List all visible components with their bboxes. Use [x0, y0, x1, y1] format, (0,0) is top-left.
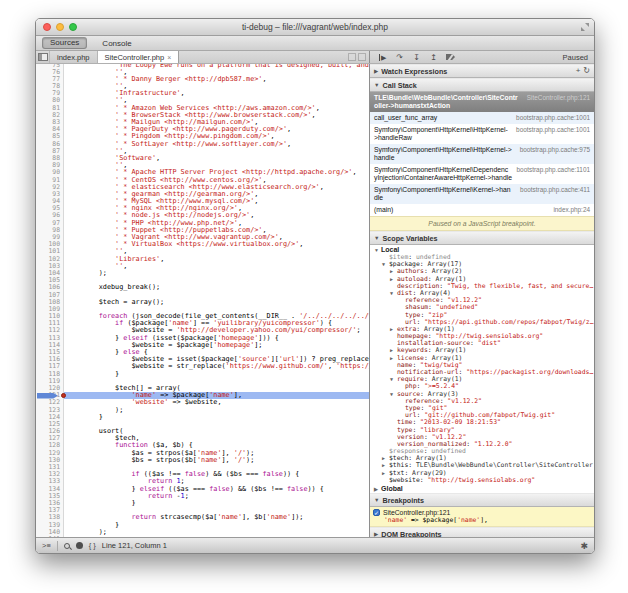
file-tab-sitecontroller-php[interactable]: SiteController.php ×: [98, 51, 180, 63]
scope-variable-row[interactable]: php: ">=5.2.4": [370, 383, 594, 390]
scope-variable-row[interactable]: ▶autoload: Array(1): [370, 276, 594, 283]
scope-variable-row[interactable]: time: "2013-02-09 18:21:53": [370, 419, 594, 426]
code-text: }: [64, 500, 369, 507]
call-stack-frame[interactable]: bootstrap.php.cache:411Symfony\Component…: [370, 184, 594, 204]
code-line: 92 ' * elasticsearch <http://www.elastic…: [36, 184, 369, 191]
scope-variable-row[interactable]: ▶extra: Array(1): [370, 326, 594, 333]
scope-variable-row[interactable]: $item: undefined: [370, 254, 594, 261]
scope-variable-row[interactable]: version: "v1.12.2": [370, 434, 594, 441]
scope-variable-row[interactable]: installation-source: "dist": [370, 340, 594, 347]
scope-variable-row[interactable]: ▶$this: TLE\Bundle\WebBundle\Controller\…: [370, 462, 594, 469]
disclosure-triangle-icon[interactable]: ▶: [390, 355, 397, 362]
disclosure-triangle-icon[interactable]: ▶: [382, 462, 389, 469]
disclosure-triangle-icon[interactable]: ▶: [382, 455, 389, 462]
scope-variable-row[interactable]: ▶authors: Array(2): [370, 268, 594, 275]
tab-console[interactable]: Console: [95, 38, 138, 49]
scope-variable-row[interactable]: $website: "http://twig.sensiolabs.org": [370, 477, 594, 484]
file-tab-index-php[interactable]: index.php: [50, 51, 98, 63]
scope-variable-row[interactable]: reference: "v1.12.2": [370, 297, 594, 304]
code-line: 106 xdebug_break();: [36, 284, 369, 291]
scope-variable-row[interactable]: url: "git://github.com/fabpot/Twig.git": [370, 412, 594, 419]
disclosure-triangle-icon[interactable]: ▶: [382, 470, 389, 477]
scope-variable-row[interactable]: $response: undefined: [370, 448, 594, 455]
section-breakpoints[interactable]: ▼ Breakpoints: [370, 493, 594, 507]
step-over-button[interactable]: ↷: [392, 52, 407, 62]
disclosure-triangle-icon[interactable]: ▼: [382, 261, 389, 268]
scope-variable-row[interactable]: version_normalized: "1.12.2.0": [370, 441, 594, 448]
scope-variable-row[interactable]: ▶keywords: Array(1): [370, 347, 594, 354]
disclosure-triangle-icon[interactable]: ▼: [374, 246, 381, 254]
tab-sources[interactable]: Sources: [42, 37, 87, 49]
code-line: 141: [36, 536, 369, 537]
call-stack-frame[interactable]: bootstrap.php.cache:1001Symfony\Componen…: [370, 124, 594, 144]
section-watch-expressions[interactable]: ▶ Watch Expressions + ↻: [370, 64, 594, 78]
call-stack-frame[interactable]: bootstrap.php.cache:1001call_user_func_a…: [370, 112, 594, 124]
code-line: 105: [36, 277, 369, 284]
code-editor[interactable]: 75 'The Loopy Ewe runs on a platform tha…: [36, 64, 370, 537]
breakpoint-checkbox[interactable]: ✓: [373, 509, 380, 516]
scope-section-row[interactable]: ▼Local: [370, 245, 594, 254]
scope-variable-row[interactable]: type: "zip": [370, 312, 594, 319]
call-stack-frame[interactable]: bootstrap.php.cache:1101Symfony\Componen…: [370, 164, 594, 184]
disclosure-triangle-icon[interactable]: ▶: [374, 485, 381, 493]
disclosure-triangle-icon[interactable]: ▶: [390, 326, 397, 333]
scope-variable-row[interactable]: url: "https://api.github.com/repos/fabpo…: [370, 319, 594, 326]
step-into-button[interactable]: ↧: [409, 52, 424, 62]
step-out-button[interactable]: ↥: [426, 52, 441, 62]
disclosure-triangle-icon[interactable]: ▶: [390, 276, 397, 283]
scope-variable-row[interactable]: ▼require: Array(1): [370, 376, 594, 383]
show-navigator-icon[interactable]: [36, 51, 50, 63]
disclosure-triangle-icon[interactable]: ▼: [390, 290, 397, 297]
section-scope-variables[interactable]: ▼ Scope Variables: [370, 231, 594, 245]
scope-variable-row[interactable]: type: "git": [370, 405, 594, 412]
deactivate-breakpoints-button[interactable]: [443, 52, 458, 62]
pause-on-exceptions-icon[interactable]: [76, 542, 83, 549]
code-text: ' * Apache HTTP Server Project <http://h…: [64, 169, 369, 176]
scope-variable-row[interactable]: ▼source: Array(3): [370, 391, 594, 398]
scope-variable-row[interactable]: ▼dist: Array(4): [370, 290, 594, 297]
add-watch-icon[interactable]: +: [576, 67, 581, 75]
resize-icon[interactable]: [581, 23, 589, 31]
scope-variable-row[interactable]: notification-url: "https://packagist.org…: [370, 369, 594, 376]
scope-variable-row[interactable]: ▶$txt: Array(29): [370, 470, 594, 477]
resume-button[interactable]: ▶: [375, 52, 390, 62]
disclosure-triangle-icon[interactable]: ▼: [390, 376, 397, 383]
variable-name: description: [397, 283, 439, 290]
scope-variable-row[interactable]: name: "twig/twig": [370, 362, 594, 369]
settings-gear-icon[interactable]: ✱: [580, 541, 588, 551]
scope-variable-row[interactable]: ▶$tech: Array(1): [370, 455, 594, 462]
call-stack-frame[interactable]: SiteController.php:121TLE\Bundle\WebBund…: [370, 92, 594, 112]
scope-variable-row[interactable]: reference: "v1.12.2": [370, 398, 594, 405]
disclosure-triangle-icon[interactable]: ▶: [390, 347, 397, 354]
panel-toolbar: Sources Console: [36, 36, 594, 51]
status-bar: >≡ { } Line 121, Column 1 ✱: [36, 537, 594, 553]
scope-variable-row[interactable]: shasum: "undefined": [370, 304, 594, 311]
breakpoint-entry[interactable]: ✓SiteController.php:121'name' => $packag…: [370, 507, 594, 527]
close-tab-icon[interactable]: ×: [167, 54, 171, 61]
tab-scroll-left-icon[interactable]: [348, 53, 356, 61]
code-text: [64, 292, 369, 299]
call-stack-frame[interactable]: index.php:24(main): [370, 204, 594, 216]
code-text: 'website' => $website,: [64, 399, 369, 406]
scope-variable-row[interactable]: homepage: "http://twig.sensiolabs.org": [370, 333, 594, 340]
section-dom-breakpoints[interactable]: ▶ DOM Breakpoints: [370, 527, 594, 537]
code-line: 78 '',: [36, 83, 369, 90]
search-icon[interactable]: [64, 543, 70, 549]
call-stack-frame[interactable]: bootstrap.php.cache:975Symfony\Component…: [370, 144, 594, 164]
scope-variable-row[interactable]: type: "library": [370, 427, 594, 434]
debugger-controls: ▶ ↷ ↧ ↥ Paused: [370, 51, 594, 63]
title-bar[interactable]: ti-debug – file:///vagrant/web/index.php: [36, 19, 594, 36]
section-call-stack[interactable]: ▼ Call Stack: [370, 78, 594, 92]
console-drawer-icon[interactable]: >≡: [42, 541, 51, 550]
line-number[interactable]: 141: [36, 536, 64, 537]
disclosure-triangle-icon[interactable]: ▶: [390, 268, 397, 275]
scope-variable-row[interactable]: ▶license: Array(1): [370, 355, 594, 362]
refresh-watch-icon[interactable]: ↻: [583, 67, 590, 75]
disclosure-triangle-icon[interactable]: ▼: [390, 391, 397, 398]
tab-scroll-right-icon[interactable]: [358, 53, 366, 61]
scope-variable-row[interactable]: ▼$package: Array(17): [370, 261, 594, 268]
scope-variable-row[interactable]: description: "Twig, the flexible, fast, …: [370, 283, 594, 290]
scope-section-row[interactable]: ▶Global: [370, 484, 594, 493]
pretty-print-icon[interactable]: { }: [89, 541, 96, 550]
code-line: 134 } elseif (($as === false) && ($bs !=…: [36, 486, 369, 493]
